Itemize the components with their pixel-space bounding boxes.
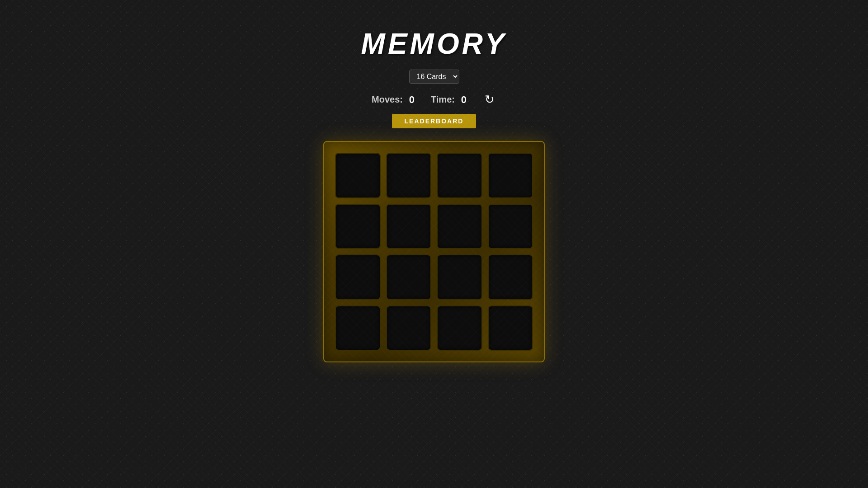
memory-card[interactable]: [386, 204, 432, 249]
memory-card[interactable]: [386, 254, 432, 300]
reset-icon: ↻: [485, 93, 495, 107]
cards-selector-wrapper: 16 Cards36 Cards64 Cards: [409, 70, 459, 84]
game-board: [323, 141, 545, 362]
leaderboard-button[interactable]: LEADERBOARD: [392, 114, 476, 128]
memory-card[interactable]: [386, 305, 432, 351]
memory-card[interactable]: [437, 204, 482, 249]
game-title: MEMORY: [361, 27, 507, 61]
memory-card[interactable]: [488, 204, 533, 249]
memory-card[interactable]: [437, 153, 482, 198]
memory-card[interactable]: [488, 305, 533, 351]
moves-value: 0: [406, 94, 417, 106]
time-label: Time:: [431, 94, 455, 105]
memory-card[interactable]: [488, 153, 533, 198]
time-value: 0: [458, 94, 469, 106]
memory-card[interactable]: [386, 153, 432, 198]
memory-card[interactable]: [437, 254, 482, 300]
stats-row: Moves: 0 Time: 0 ↻: [372, 91, 496, 108]
cards-count-selector[interactable]: 16 Cards36 Cards64 Cards: [409, 70, 459, 84]
time-section: Time: 0: [431, 94, 469, 106]
memory-card[interactable]: [335, 305, 381, 351]
memory-card[interactable]: [437, 305, 482, 351]
memory-card[interactable]: [335, 153, 381, 198]
memory-card[interactable]: [488, 254, 533, 300]
moves-label: Moves:: [372, 94, 403, 105]
moves-section: Moves: 0: [372, 94, 417, 106]
reset-button[interactable]: ↻: [483, 91, 496, 108]
memory-card[interactable]: [335, 254, 381, 300]
memory-card[interactable]: [335, 204, 381, 249]
